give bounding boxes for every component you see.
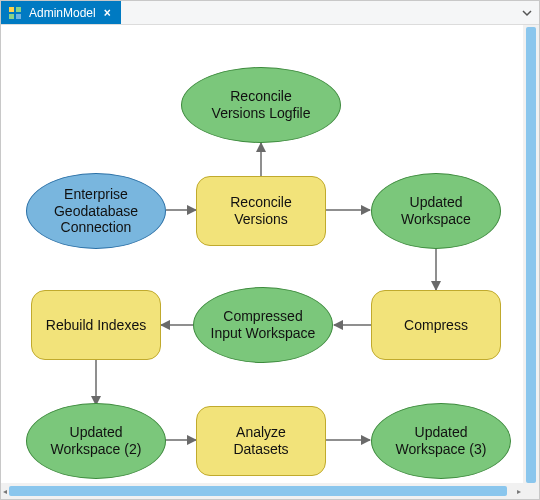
node-compressed-input-ws[interactable]: CompressedInput Workspace (193, 287, 333, 363)
node-compress[interactable]: Compress (371, 290, 501, 360)
node-enterprise-gdb-conn[interactable]: EnterpriseGeodatabaseConnection (26, 173, 166, 249)
tab-adminmodel[interactable]: AdminModel × (1, 1, 121, 24)
node-updated-workspace[interactable]: UpdatedWorkspace (371, 173, 501, 249)
chevron-down-icon (522, 8, 532, 18)
svg-rect-3 (16, 14, 21, 19)
node-label: Rebuild Indexes (46, 317, 146, 334)
svg-rect-2 (9, 14, 14, 19)
scroll-right-icon[interactable]: ▸ (515, 483, 523, 499)
resize-grip (523, 483, 539, 499)
node-rebuild-indexes[interactable]: Rebuild Indexes (31, 290, 161, 360)
node-label: ReconcileVersions Logfile (212, 88, 311, 122)
node-updated-workspace-2[interactable]: UpdatedWorkspace (2) (26, 403, 166, 479)
body-area: ReconcileVersions Logfile EnterpriseGeod… (1, 25, 539, 483)
scroll-left-icon[interactable]: ◂ (1, 483, 9, 499)
titlebar: AdminModel × (1, 1, 539, 25)
canvas-wrap: ReconcileVersions Logfile EnterpriseGeod… (1, 25, 523, 483)
scroll-thumb[interactable] (9, 486, 507, 496)
node-label: UpdatedWorkspace (3) (396, 424, 487, 458)
modelbuilder-window: AdminModel × (0, 0, 540, 500)
node-label: AnalyzeDatasets (233, 424, 288, 458)
node-label: CompressedInput Workspace (211, 308, 316, 342)
node-reconcile-logfile[interactable]: ReconcileVersions Logfile (181, 67, 341, 143)
pane-menu-button[interactable] (515, 1, 539, 24)
tab-title: AdminModel (29, 6, 96, 20)
svg-rect-1 (16, 7, 21, 12)
horizontal-scrollbar[interactable]: ◂ ▸ (1, 483, 523, 499)
model-canvas[interactable]: ReconcileVersions Logfile EnterpriseGeod… (1, 25, 523, 483)
scroll-thumb[interactable] (526, 27, 536, 483)
node-label: Compress (404, 317, 468, 334)
model-icon (9, 7, 21, 19)
node-label: UpdatedWorkspace (2) (51, 424, 142, 458)
close-icon[interactable]: × (104, 7, 111, 19)
node-label: ReconcileVersions (230, 194, 291, 228)
node-label: UpdatedWorkspace (401, 194, 471, 228)
node-updated-workspace-3[interactable]: UpdatedWorkspace (3) (371, 403, 511, 479)
node-reconcile-versions[interactable]: ReconcileVersions (196, 176, 326, 246)
vertical-scrollbar[interactable] (523, 25, 539, 483)
node-analyze-datasets[interactable]: AnalyzeDatasets (196, 406, 326, 476)
svg-rect-0 (9, 7, 14, 12)
node-label: EnterpriseGeodatabaseConnection (54, 186, 138, 236)
